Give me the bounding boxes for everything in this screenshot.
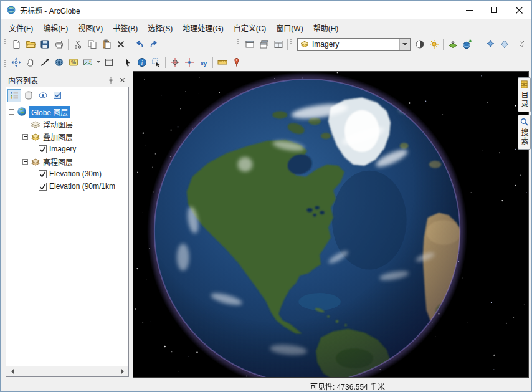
pan-button[interactable] (23, 55, 37, 69)
menu-window[interactable]: 窗口(W) (271, 21, 308, 35)
toc-header[interactable]: 内容列表 (6, 74, 129, 87)
paste-button[interactable] (99, 37, 113, 52)
new-document-button[interactable] (9, 37, 23, 52)
tab-catalog[interactable]: 目录 (518, 77, 531, 112)
measure-icon (217, 57, 227, 67)
toolbar-grip[interactable] (4, 57, 6, 67)
tree-item-label: Elevation (90m/1km (49, 182, 115, 191)
tree-item-elevation-30m[interactable]: Elevation (30m) (6, 168, 128, 180)
tree-item-imagery[interactable]: Imagery (6, 143, 128, 155)
effects-button[interactable] (483, 37, 497, 52)
collapse-icon[interactable] (9, 109, 14, 115)
effects-star-icon (485, 39, 495, 49)
globe-canvas[interactable] (133, 72, 528, 377)
minimize-button[interactable] (457, 1, 482, 19)
select-features-button[interactable] (149, 55, 163, 69)
menu-customize[interactable]: 自定义(C) (229, 21, 272, 35)
toc-close-button[interactable] (116, 75, 128, 85)
pan-hand-icon (26, 57, 36, 67)
elevation-layers-icon (31, 156, 40, 166)
center-on-target-button[interactable] (168, 55, 182, 69)
copy-button[interactable] (85, 37, 99, 52)
copy-icon (87, 39, 97, 49)
collapse-icon[interactable] (22, 134, 28, 140)
navigation-toolbar: % i xy (1, 53, 531, 71)
menu-help[interactable]: 帮助(H) (308, 21, 344, 35)
identify-button[interactable]: i (135, 55, 149, 69)
zoom-to-target-button[interactable] (182, 55, 196, 69)
menu-selection[interactable]: 选择(S) (143, 21, 178, 35)
open-button[interactable] (23, 37, 37, 52)
menu-bookmarks[interactable]: 书签(B) (108, 21, 143, 35)
layer-combo[interactable]: Imagery (297, 38, 411, 51)
transparency-button[interactable] (497, 37, 511, 52)
tree-item-globe-layers[interactable]: Globe 图层 (6, 105, 128, 118)
combo-dropdown-icon[interactable] (399, 39, 410, 50)
scroll-left-button[interactable] (7, 367, 17, 376)
tree-item-label: 高程图层 (43, 156, 73, 167)
tree-item-label: Imagery (49, 145, 76, 153)
globe-viewport[interactable] (133, 71, 529, 378)
snapshot-dropdown-icon[interactable] (95, 55, 102, 69)
print-button[interactable] (52, 37, 66, 52)
viewer-frame-button[interactable] (102, 55, 116, 69)
contrast-icon (415, 39, 425, 49)
checkbox-checked[interactable] (39, 183, 47, 191)
redo-icon (149, 39, 159, 49)
tab-search[interactable]: 搜索 (518, 115, 531, 150)
menu-edit[interactable]: 编辑(E) (38, 21, 73, 35)
undo-button[interactable] (132, 37, 146, 52)
surface-mode-button[interactable]: % (66, 55, 80, 69)
svg-text:%: % (70, 59, 75, 65)
menu-view[interactable]: 视图(V) (73, 21, 108, 35)
scroll-right-button[interactable] (118, 367, 128, 376)
collapse-icon[interactable] (22, 159, 28, 165)
save-button[interactable] (37, 37, 52, 52)
cut-button[interactable] (70, 37, 85, 52)
print-icon (54, 39, 64, 49)
list-by-drawing-order-button[interactable] (7, 89, 21, 102)
list-by-source-button[interactable] (22, 89, 36, 102)
brightness-button[interactable] (427, 37, 441, 52)
pin-button[interactable] (105, 75, 116, 85)
list-by-drawing-order-icon (9, 90, 19, 100)
close-button[interactable] (506, 1, 531, 19)
redo-button[interactable] (146, 37, 161, 52)
swipe-layer-button[interactable] (445, 37, 460, 52)
fly-button[interactable] (37, 55, 52, 69)
tree-item-elevation-90m[interactable]: Elevation (90m/1km (6, 180, 128, 193)
toc-panel: 内容列表 (6, 74, 129, 377)
center-target-button[interactable] (52, 55, 66, 69)
split-view-button[interactable] (271, 37, 285, 52)
list-by-selection-button[interactable] (50, 89, 64, 102)
tree-item-draped-layers[interactable]: 叠加图层 (6, 130, 128, 143)
globe-add-button[interactable] (460, 37, 474, 52)
contrast-button[interactable] (412, 37, 427, 52)
delete-button[interactable] (113, 37, 128, 52)
titlebar[interactable]: 无标题 - ArcGlobe (1, 1, 531, 19)
navigate-button[interactable] (9, 55, 23, 69)
checkbox-checked[interactable] (39, 145, 47, 153)
tree-item-elevation-layers[interactable]: 高程图层 (6, 155, 128, 168)
goto-xy-button[interactable]: xy (196, 55, 211, 69)
fly-icon (40, 57, 50, 67)
new-viewer-button[interactable] (257, 37, 271, 52)
select-cursor-button[interactable] (120, 55, 135, 69)
toolbar-grip[interactable] (290, 39, 292, 50)
menu-file[interactable]: 文件(F) (4, 21, 38, 35)
tree-item-floating-layers[interactable]: 浮动图层 (6, 118, 128, 130)
list-by-visibility-button[interactable] (36, 89, 50, 102)
checkbox-checked[interactable] (39, 170, 47, 178)
toolbar-grip[interactable] (4, 39, 6, 50)
check-icon (39, 146, 46, 153)
float-window-button[interactable] (242, 37, 257, 52)
measure-button[interactable] (215, 55, 229, 69)
toc-horizontal-scrollbar[interactable] (6, 366, 128, 376)
menu-geoprocessing[interactable]: 地理处理(G) (178, 21, 228, 35)
toolbar-grip[interactable] (237, 39, 239, 50)
snapshot-button[interactable] (80, 55, 95, 69)
toolbar-separator (212, 57, 213, 68)
place-pin-button[interactable] (229, 55, 244, 69)
toolbar-overflow-button[interactable] (515, 37, 529, 52)
maximize-button[interactable] (482, 1, 506, 19)
